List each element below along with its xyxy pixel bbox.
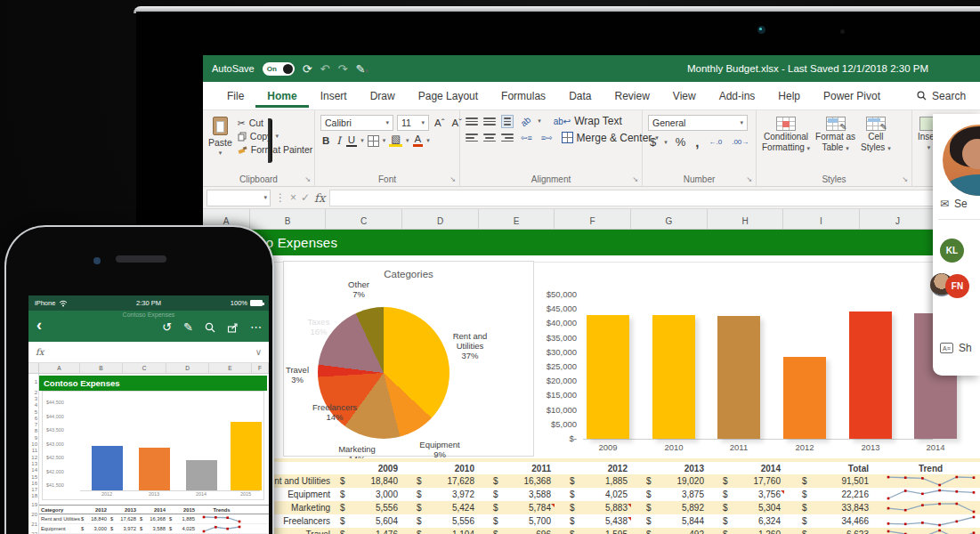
tab-review[interactable]: Review	[603, 84, 660, 108]
back-icon[interactable]: ‹	[36, 316, 42, 335]
tab-power-pivot[interactable]: Power Pivot	[812, 84, 892, 108]
phone-bar-chart[interactable]: $44,500$44,000$43,500$43,000$42,500$42,0…	[42, 391, 264, 500]
wrap-text-button[interactable]: ab↩Wrap Text	[554, 115, 622, 127]
alignment-dialog-launcher[interactable]: ↘	[632, 175, 638, 183]
send-item[interactable]: ✉ Se	[940, 198, 968, 210]
person-avatar[interactable]: KL	[940, 239, 964, 263]
font-color-button[interactable]: A	[413, 134, 424, 147]
font-name-select[interactable]: Calibri▾	[320, 115, 393, 131]
align-right-icon[interactable]	[501, 134, 514, 142]
pie-chart[interactable]: Categories Rent andUtilities37%Equipment…	[283, 261, 534, 457]
person-item[interactable]: KL	[940, 239, 964, 263]
decrease-decimal-icon[interactable]: .00→	[730, 138, 750, 146]
align-center-icon[interactable]	[483, 134, 496, 142]
orientation-icon[interactable]: ab	[517, 113, 534, 129]
document-title[interactable]: Monthly Budget.xlsx - Last Saved 12/1/20…	[687, 63, 928, 74]
person-avatar[interactable]: FN	[945, 274, 969, 298]
column-header-I[interactable]: I	[783, 209, 860, 229]
decrease-indent-icon[interactable]: ⇦≡	[519, 134, 534, 142]
paste-button[interactable]: Paste ▾	[208, 115, 232, 157]
tab-draw[interactable]: Draw	[359, 84, 407, 108]
name-box[interactable]: ▾	[207, 190, 271, 206]
borders-icon[interactable]	[368, 135, 379, 147]
phone-column-header-A[interactable]: A	[39, 363, 80, 373]
worksheet[interactable]: Contoso Expenses Categories Rent andUtil…	[203, 230, 980, 534]
fx-icon[interactable]: fx	[314, 191, 325, 205]
share-item[interactable]: A≡ Sh	[940, 342, 972, 354]
save-icon[interactable]: ⟳	[303, 62, 312, 76]
column-header-J[interactable]: J	[860, 209, 936, 229]
font-size-select[interactable]: 11▾	[397, 115, 429, 131]
column-header-F[interactable]: F	[555, 209, 631, 229]
phone-column-header-D[interactable]: D	[166, 363, 209, 373]
align-top-icon[interactable]	[466, 117, 478, 125]
phone-column-header-B[interactable]: B	[80, 363, 123, 373]
tab-home[interactable]: Home	[255, 84, 308, 108]
table-row[interactable]: Rent and Utilities$18,840$17,628$16,368$…	[203, 474, 980, 488]
column-header-D[interactable]: D	[402, 209, 479, 229]
number-dialog-launcher[interactable]: ↘	[746, 175, 752, 183]
table-row[interactable]: Marketing$5,556$5,424$5,784$5,883$5,892$…	[203, 501, 980, 514]
comma-style-icon[interactable]: ,	[693, 134, 701, 150]
person-item[interactable]: FN	[940, 274, 964, 298]
table-row[interactable]: Equipment$3,000$3,972$3,588$4,025$3,875$…	[203, 488, 980, 501]
undo-icon[interactable]: ↺	[162, 320, 172, 334]
percent-style-icon[interactable]: %	[674, 135, 688, 149]
align-middle-icon[interactable]	[483, 117, 496, 125]
formula-input[interactable]: ∨	[329, 190, 976, 206]
tab-file[interactable]: File	[215, 84, 255, 108]
column-header-E[interactable]: E	[479, 209, 555, 229]
format-painter-button[interactable]: Format Painter	[238, 144, 312, 155]
clipboard-dialog-launcher[interactable]: ↘	[304, 175, 311, 183]
pen-icon[interactable]: ✎▾	[355, 62, 368, 76]
search-icon[interactable]	[205, 322, 215, 333]
tab-add-ins[interactable]: Add-ins	[708, 84, 767, 108]
styles-dialog-launcher[interactable]: ↘	[902, 175, 908, 183]
bar-chart[interactable]: $50,000$45,000$40,000$35,000$30,000$25,0…	[534, 267, 933, 458]
column-header-C[interactable]: C	[326, 209, 402, 229]
search-box[interactable]: Search	[917, 90, 966, 102]
share-icon[interactable]	[227, 322, 239, 333]
column-header-G[interactable]: G	[631, 209, 708, 229]
number-format-select[interactable]: General▾	[648, 115, 748, 131]
format-as-table-button[interactable]: ✎ Format as Table ▾	[815, 115, 855, 153]
increase-decimal-icon[interactable]: ←.0	[707, 138, 724, 146]
tab-data[interactable]: Data	[557, 84, 603, 108]
table-row[interactable]: Freelancers$5,604$5,556$5,700$5,438$5,84…	[203, 514, 980, 528]
italic-button[interactable]: I	[335, 134, 343, 147]
phone-table-row[interactable]: Rent and Utilities$18,840$17,628$16,368$…	[39, 514, 269, 524]
user-avatar[interactable]	[943, 125, 980, 196]
underline-button[interactable]: U	[346, 134, 357, 147]
align-bottom-icon[interactable]	[501, 115, 514, 128]
tab-insert[interactable]: Insert	[309, 84, 359, 108]
grow-font-button[interactable]: Aˆ	[433, 117, 447, 128]
tab-formulas[interactable]: Formulas	[490, 84, 557, 108]
autosave-toggle[interactable]: On	[263, 62, 295, 76]
font-dialog-launcher[interactable]: ↘	[450, 175, 456, 183]
draw-icon[interactable]: ✎	[183, 320, 193, 334]
fill-color-button[interactable]: ▧	[389, 134, 402, 147]
phone-column-header-E[interactable]: E	[209, 363, 252, 373]
copy-button[interactable]: Copy▾	[238, 131, 312, 142]
enter-icon[interactable]: ✓	[301, 191, 310, 204]
redo-icon[interactable]: ↷	[338, 62, 348, 76]
more-icon[interactable]: ⋯	[250, 320, 262, 334]
paste-dropdown[interactable]: ▾	[219, 150, 223, 157]
column-header-H[interactable]: H	[708, 209, 783, 229]
tab-view[interactable]: View	[661, 84, 708, 108]
phone-formula-bar[interactable]: fx ∨	[28, 342, 269, 363]
accounting-format-icon[interactable]: $	[648, 135, 658, 149]
cut-button[interactable]: ✂Cut	[238, 117, 312, 128]
phone-column-header-C[interactable]: C	[123, 363, 166, 373]
cell-styles-button[interactable]: ✎ Cell Styles ▾	[861, 115, 891, 153]
cancel-icon[interactable]: ×	[290, 191, 296, 204]
column-header-B[interactable]: B	[250, 209, 326, 229]
phone-column-header-F[interactable]: F	[252, 363, 269, 373]
tab-help[interactable]: Help	[766, 84, 812, 108]
phone-sheet[interactable]: 12345678910111213141516171819202122 Cont…	[28, 374, 269, 534]
increase-indent-icon[interactable]: ≡⇨	[539, 134, 555, 142]
bold-button[interactable]: B	[320, 135, 331, 146]
conditional-formatting-button[interactable]: Conditional Formatting ▾	[762, 115, 810, 153]
phone-table-row[interactable]: Equipment$3,000$3,972$3,588$4,025	[39, 524, 269, 534]
table-row[interactable]: Travel$1,476$1,104$696$1,595$492$1,260$6…	[203, 528, 980, 534]
